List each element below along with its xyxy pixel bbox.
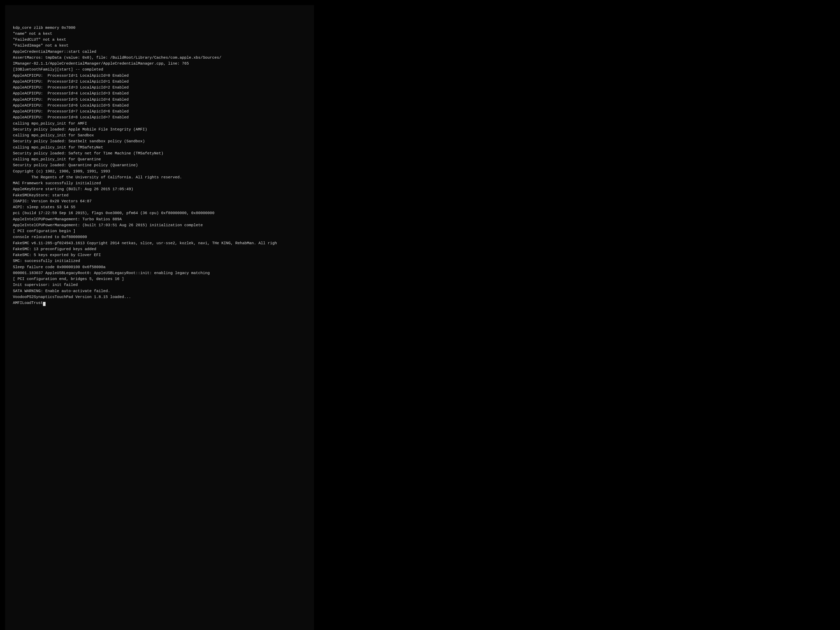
terminal-line: "name" not a kext — [13, 31, 304, 37]
terminal-line: AppleACPICPU: ProcessorId=1 LocalApicId=… — [13, 73, 304, 79]
terminal-line: FakeSMC: 5 keys exported by Clover EFI — [13, 252, 304, 258]
terminal-line: AppleACPICPU: ProcessorId=8 LocalApicId=… — [13, 115, 304, 120]
terminal-line: AppleACPICPU: ProcessorId=3 LocalApicId=… — [13, 85, 304, 91]
terminal-line: AssertMacros: tmpData (value: 0x0), file… — [13, 55, 304, 61]
terminal-line: FakeSMCKeyStore: started — [13, 193, 304, 199]
terminal-line: FakeSMC: 13 preconfigured keys added — [13, 246, 304, 252]
terminal-cursor — [43, 302, 46, 306]
terminal-line: The Regents of the University of Califor… — [13, 174, 304, 180]
terminal-line: Sleep failure code 0x00000100 0x6f58000a — [13, 264, 304, 270]
terminal-line: AppleIntelCPUPowerManagement: Turbo Rati… — [13, 216, 304, 223]
terminal-line: IOAPIC: Version 0x20 Vectors 64:87 — [13, 199, 304, 204]
terminal-line: SMC: successfully initialized — [13, 258, 304, 264]
terminal-line: "FailedImage" not a kext — [13, 43, 304, 49]
terminal-line: AppleACPICPU: ProcessorId=7 LocalApicId=… — [13, 109, 304, 115]
screen-wrapper: kdp_core zlib memory 0x7000"name" not a … — [0, 0, 840, 630]
terminal-line: IManager-82.1.1/AppleCredentialManager/A… — [13, 61, 304, 67]
terminal-line: 000001.183037 AppleUSBLegacyRoot0: Apple… — [13, 270, 304, 276]
terminal-line: SATA WARNING: Enable auto-activate faile… — [13, 288, 304, 294]
terminal-line: console relocated to 0xf80000000 — [13, 234, 304, 240]
terminal-line: Security policy loaded: Apple Mobile Fil… — [13, 126, 304, 133]
terminal-line: calling mpo_policy_init for AMFI — [13, 121, 304, 126]
terminal-line: AppleACPICPU: ProcessorId=4 LocalApicId=… — [13, 91, 304, 96]
terminal-line: AppleACPICPU: ProcessorId=5 LocalApicId=… — [13, 97, 304, 103]
terminal-line: ACPI: sleep states S3 S4 S5 — [13, 204, 304, 210]
terminal-line: AppleCredentialManager::start called — [13, 49, 304, 55]
terminal-output: kdp_core zlib memory 0x7000"name" not a … — [13, 25, 304, 306]
terminal-line: Security policy loaded: Safety net for T… — [13, 150, 304, 156]
terminal-line: Init supervisor: init failed — [13, 282, 304, 288]
terminal-line: Copyright (c) 1982, 1986, 1989, 1991, 19… — [13, 169, 304, 174]
terminal-line: AppleACPICPU: ProcessorId=2 LocalApicId=… — [13, 79, 304, 85]
terminal-line: Security policy loaded: Quarantine polic… — [13, 163, 304, 168]
terminal-line: FakeSMC v6.11-285-gf024943.1613 Copyrigh… — [13, 240, 304, 246]
terminal-line: [ PCI configuration end, bridges 5, devi… — [13, 276, 304, 282]
terminal-line: pci (build 17:22:59 Sep 16 2015), flags … — [13, 210, 304, 216]
terminal-line: AppleKeyStore starting (BUILT: Aug 26 20… — [13, 186, 304, 192]
terminal-line: AppleACPICPU: ProcessorId=6 LocalApicId=… — [13, 103, 304, 109]
terminal-line: kdp_core zlib memory 0x7000 — [13, 25, 304, 31]
terminal-line: "FailedCLUT" not a kext — [13, 37, 304, 43]
terminal-line: Security policy loaded: Seatbelt sandbox… — [13, 139, 304, 144]
terminal-line: calling mpo_policy_init for Quarantine — [13, 156, 304, 163]
terminal-line: calling mpo_policy_init for Sandbox — [13, 133, 304, 139]
terminal-line: calling mpo_policy_init for TMSafetyNet — [13, 145, 304, 150]
terminal-line: [IOBluetoothFamily][start] -- completed — [13, 67, 304, 73]
terminal-line: AMFILoadTrust — [13, 300, 304, 306]
terminal-line: MAC Framework successfully initialized — [13, 180, 304, 186]
terminal-screen: kdp_core zlib memory 0x7000"name" not a … — [5, 5, 314, 630]
terminal-line: [ PCI configuration begin ] — [13, 228, 304, 234]
terminal-line: VoodooPS2SynapticsTouchPad Version 1.8.1… — [13, 294, 304, 300]
terminal-line: AppleIntelCPUPowerManagement: (built 17:… — [13, 223, 304, 228]
